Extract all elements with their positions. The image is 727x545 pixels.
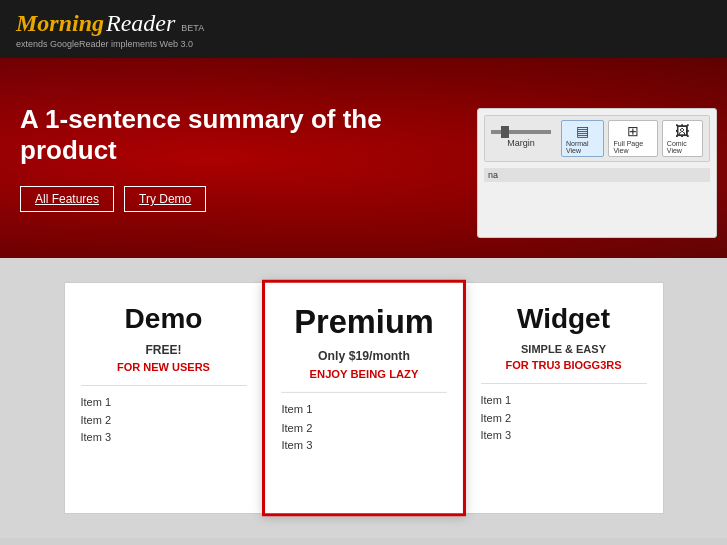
try-demo-button[interactable]: Try Demo xyxy=(124,186,206,212)
hero-headline: A 1-sentence summary of the product xyxy=(20,104,400,166)
beta-badge: BETA xyxy=(181,23,204,33)
widget-plan-name: Widget xyxy=(481,303,647,335)
premium-item-3: Item 3 xyxy=(281,437,446,455)
widget-plan-items: Item 1 Item 2 Item 3 xyxy=(481,383,647,445)
pricing-card-demo: Demo FREE! FOR NEW USERS Item 1 Item 2 I… xyxy=(64,282,264,514)
hero-section: A 1-sentence summary of the product All … xyxy=(0,58,727,258)
demo-plan-tagline: FOR NEW USERS xyxy=(81,361,247,373)
mockup-slider-thumb xyxy=(501,126,509,138)
logo: Morning Reader BETA extends GoogleReader… xyxy=(16,10,204,49)
comic-view-label: Comic View xyxy=(667,140,698,154)
normal-view-icon: ▤ xyxy=(576,123,589,139)
premium-item-2: Item 2 xyxy=(281,419,446,437)
hero-text: A 1-sentence summary of the product All … xyxy=(20,104,400,212)
demo-plan-items: Item 1 Item 2 Item 3 xyxy=(81,385,247,447)
premium-plan-name: Premium xyxy=(281,303,446,341)
mockup-toolbar: Margin ▤ Normal View ⊞ Full Page View 🖼 … xyxy=(484,115,710,162)
logo-reader: Reader xyxy=(106,10,175,37)
pricing-card-premium: Premium Only $19/month ENJOY BEING LAZY … xyxy=(262,280,466,517)
demo-item-1: Item 1 xyxy=(81,394,247,412)
demo-item-2: Item 2 xyxy=(81,412,247,430)
header: Morning Reader BETA extends GoogleReader… xyxy=(0,0,727,58)
demo-item-3: Item 3 xyxy=(81,429,247,447)
mockup-slider[interactable] xyxy=(491,130,551,134)
comic-view-icon: 🖼 xyxy=(675,123,689,139)
demo-plan-name: Demo xyxy=(81,303,247,335)
demo-plan-price: FREE! xyxy=(81,343,247,357)
widget-item-1: Item 1 xyxy=(481,392,647,410)
logo-subtitle: extends GoogleReader implements Web 3.0 xyxy=(16,39,204,49)
ui-mockup: Margin ▤ Normal View ⊞ Full Page View 🖼 … xyxy=(477,108,717,238)
premium-plan-price: Only $19/month xyxy=(281,349,446,363)
logo-morning: Morning xyxy=(16,10,104,37)
all-features-button[interactable]: All Features xyxy=(20,186,114,212)
premium-item-1: Item 1 xyxy=(281,401,446,419)
widget-item-3: Item 3 xyxy=(481,427,647,445)
mockup-bottom-text: na xyxy=(484,168,710,182)
widget-plan-price: SIMPLE & EASY xyxy=(481,343,647,355)
widget-item-2: Item 2 xyxy=(481,410,647,428)
comic-view-button[interactable]: 🖼 Comic View xyxy=(662,120,703,157)
hero-buttons: All Features Try Demo xyxy=(20,186,400,212)
normal-view-label: Normal View xyxy=(566,140,599,154)
premium-plan-tagline: ENJOY BEING LAZY xyxy=(281,367,446,379)
pricing-section: Demo FREE! FOR NEW USERS Item 1 Item 2 I… xyxy=(0,258,727,538)
mockup-margin-label: Margin xyxy=(507,138,535,148)
full-page-icon: ⊞ xyxy=(627,123,639,139)
full-page-label: Full Page View xyxy=(613,140,652,154)
mockup-slider-area: Margin xyxy=(491,130,551,148)
pricing-card-widget: Widget SIMPLE & EASY FOR TRU3 BIOGG3RS I… xyxy=(464,282,664,514)
widget-plan-tagline: FOR TRU3 BIOGG3RS xyxy=(481,359,647,371)
premium-plan-items: Item 1 Item 2 Item 3 xyxy=(281,392,446,455)
full-page-view-button[interactable]: ⊞ Full Page View xyxy=(608,120,657,157)
normal-view-button[interactable]: ▤ Normal View xyxy=(561,120,604,157)
